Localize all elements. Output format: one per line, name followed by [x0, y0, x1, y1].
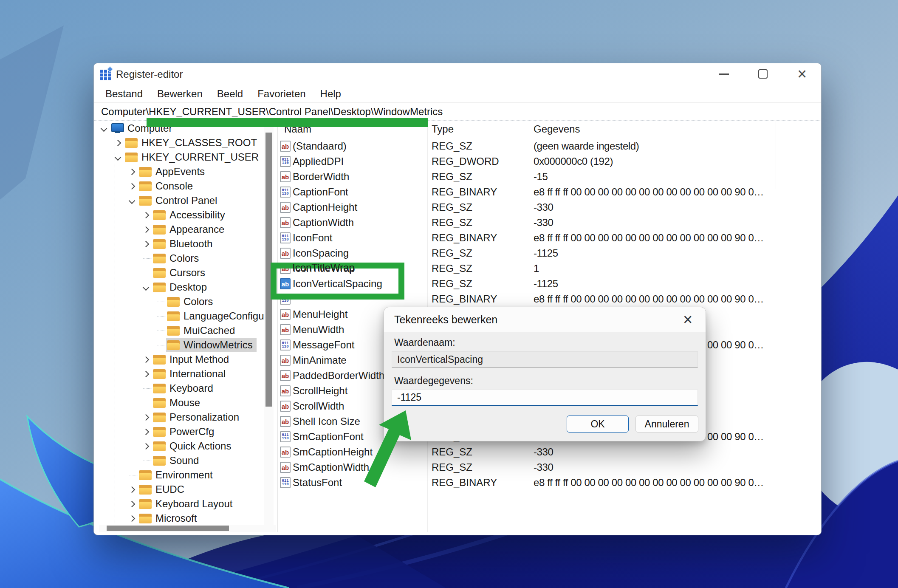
chevron-collapsed-icon[interactable]: [143, 241, 150, 248]
chevron-expanded-icon[interactable]: [115, 154, 121, 161]
tree-item-personalization[interactable]: Personalization: [99, 410, 276, 424]
tree-item-cursors[interactable]: Cursors: [99, 266, 276, 280]
edit-string-dialog: Tekenreeks bewerken × Waardenaam: IconVe…: [384, 307, 706, 441]
tree-stub-line: [143, 403, 152, 403]
tree-item-windowmetrics[interactable]: WindowMetrics: [99, 338, 276, 352]
tree-item-international[interactable]: International: [99, 367, 276, 381]
tree-item-control-panel[interactable]: Control Panel: [99, 193, 276, 208]
value-name: ScrollHeight: [293, 383, 347, 399]
string-value-icon: ab: [280, 447, 291, 458]
title-bar[interactable]: Register-editor ×: [94, 63, 821, 85]
value-data: -330: [534, 215, 553, 230]
chevron-collapsed-icon[interactable]: [143, 212, 150, 219]
tree-item-quick-actions[interactable]: Quick Actions: [99, 439, 276, 453]
panel-separator[interactable]: [277, 121, 278, 532]
tree-item-muicached[interactable]: MuiCached: [99, 323, 276, 338]
tree-item-hkey-classes-root[interactable]: HKEY_CLASSES_ROOT: [99, 136, 276, 150]
menu-beeld[interactable]: Beeld: [210, 88, 250, 100]
value-type: REG_SZ: [432, 215, 472, 230]
folder-icon: [139, 181, 152, 191]
value-row-captionfont[interactable]: 011110CaptionFontREG_BINARYe8 ff ff ff 0…: [279, 184, 821, 200]
ok-button[interactable]: OK: [567, 416, 629, 433]
tree-item-appearance[interactable]: Appearance: [99, 222, 276, 237]
value-row-statusfont[interactable]: 011110StatusFontREG_BINARYe8 ff ff ff 00…: [279, 475, 821, 490]
string-value-icon: ab: [280, 385, 291, 396]
tree-item-sound[interactable]: Sound: [99, 453, 276, 468]
maximize-button[interactable]: [750, 64, 776, 84]
folder-icon: [125, 153, 138, 162]
folder-icon: [139, 514, 152, 523]
string-value-icon: ab: [280, 248, 291, 259]
chevron-collapsed-icon[interactable]: [143, 226, 150, 233]
registry-tree-panel: ComputerHKEY_CLASSES_ROOTHKEY_CURRENT_US…: [99, 121, 276, 532]
value-row-smcaptionwidth[interactable]: abSmCaptionWidthREG_SZ-330: [279, 460, 821, 475]
value-row-captionheight[interactable]: abCaptionHeightREG_SZ-330: [279, 200, 821, 215]
tree-item-languageconfigur[interactable]: LanguageConfigur: [99, 309, 276, 323]
value-data-input[interactable]: [392, 390, 698, 406]
menu-favorieten[interactable]: Favorieten: [250, 88, 313, 100]
tree-horizontal-scrollbar-thumb[interactable]: [107, 526, 229, 531]
value-type: REG_SZ: [432, 200, 472, 215]
column-header-gegevens[interactable]: Gegevens: [534, 121, 580, 138]
tree-item-powercfg[interactable]: PowerCfg: [99, 424, 276, 439]
value-row-standaard[interactable]: ab(Standaard)REG_SZ(geen waarde ingestel…: [279, 139, 821, 154]
tree-item-keyboard[interactable]: Keyboard: [99, 381, 276, 396]
value-name-label: Waardenaam:: [394, 337, 455, 348]
tree-item-eudc[interactable]: EUDC: [99, 482, 276, 497]
value-row-iconfont[interactable]: 011110IconFontREG_BINARYe8 ff ff ff 00 0…: [279, 230, 821, 246]
close-button[interactable]: ×: [789, 64, 815, 84]
chevron-collapsed-icon[interactable]: [143, 371, 150, 378]
tree-item-input-method[interactable]: Input Method: [99, 352, 276, 367]
chevron-collapsed-icon[interactable]: [129, 183, 136, 190]
tree-item-accessibility[interactable]: Accessibility: [99, 208, 276, 222]
tree-item-environment[interactable]: Environment: [99, 468, 276, 482]
tree-item-colors[interactable]: Colors: [99, 251, 276, 266]
registry-editor-app-icon: [100, 69, 111, 80]
chevron-collapsed-icon[interactable]: [115, 140, 121, 147]
folder-icon: [125, 138, 138, 148]
menu-bestand[interactable]: Bestand: [98, 88, 150, 100]
value-data: -1125: [534, 246, 558, 261]
dialog-title-bar[interactable]: Tekenreeks bewerken ×: [384, 307, 706, 332]
value-type: REG_SZ: [432, 261, 472, 276]
value-row-captionwidth[interactable]: abCaptionWidthREG_SZ-330: [279, 215, 821, 230]
chevron-collapsed-icon[interactable]: [129, 501, 136, 508]
dialog-title: Tekenreeks bewerken: [394, 314, 497, 326]
value-row-smcaptionheight[interactable]: abSmCaptionHeightREG_SZ-330: [279, 444, 821, 460]
chevron-collapsed-icon[interactable]: [143, 356, 150, 363]
chevron-collapsed-icon[interactable]: [143, 414, 150, 421]
desktop: Register-editor × BestandBewerkenBeeldFa…: [0, 0, 898, 588]
value-name: CaptionFont: [293, 184, 348, 200]
tree-item-colors[interactable]: Colors: [99, 294, 276, 309]
value-row-iconspacing[interactable]: abIconSpacingREG_SZ-1125: [279, 246, 821, 261]
tree-item-hkey-current-user[interactable]: HKEY_CURRENT_USER: [99, 150, 276, 164]
tree-item-keyboard-layout[interactable]: Keyboard Layout: [99, 497, 276, 511]
binary-value-icon: 011110: [280, 339, 291, 351]
menu-bewerken[interactable]: Bewerken: [150, 88, 210, 100]
tree-item-mouse[interactable]: Mouse: [99, 396, 276, 410]
value-data: -330: [534, 200, 553, 215]
folder-icon: [153, 398, 166, 408]
tree-item-microsoft[interactable]: Microsoft: [99, 511, 276, 526]
tree-stub-line: [143, 461, 152, 461]
menu-help[interactable]: Help: [313, 88, 348, 100]
tree-item-appevents[interactable]: AppEvents: [99, 164, 276, 179]
cancel-button[interactable]: Annuleren: [635, 416, 698, 433]
chevron-collapsed-icon[interactable]: [129, 486, 136, 493]
tree-item-bluetooth[interactable]: Bluetooth: [99, 237, 276, 251]
tree-item-console[interactable]: Console: [99, 179, 276, 193]
chevron-expanded-icon[interactable]: [101, 125, 107, 132]
dialog-close-button[interactable]: ×: [677, 310, 699, 329]
chevron-expanded-icon[interactable]: [129, 198, 136, 204]
chevron-collapsed-icon[interactable]: [143, 443, 150, 450]
chevron-collapsed-icon[interactable]: [129, 169, 136, 175]
value-row-borderwidth[interactable]: abBorderWidthREG_SZ-15: [279, 169, 821, 184]
chevron-expanded-icon[interactable]: [143, 284, 150, 291]
value-row-applieddpi[interactable]: 011110AppliedDPIREG_DWORD0x000000c0 (192…: [279, 154, 821, 169]
chevron-collapsed-icon[interactable]: [143, 429, 150, 435]
chevron-collapsed-icon[interactable]: [129, 515, 136, 522]
column-header-type[interactable]: Type: [432, 121, 454, 138]
tree-item-desktop[interactable]: Desktop: [99, 280, 276, 294]
minimize-button[interactable]: [711, 64, 737, 84]
value-name: PaddedBorderWidth: [293, 368, 384, 383]
